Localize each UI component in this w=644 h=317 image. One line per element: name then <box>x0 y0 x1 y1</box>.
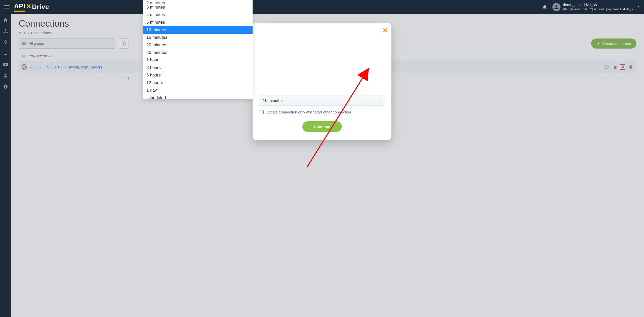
interval-modal: ✕ 10 minutes Update connection only afte… <box>253 23 391 140</box>
interval-option[interactable]: 10 minutes <box>143 26 253 34</box>
interval-select-value: 10 minutes <box>263 98 283 103</box>
sidebar-help-icon[interactable] <box>0 81 11 92</box>
sidebar-tools-icon[interactable] <box>0 48 11 59</box>
interval-option[interactable]: 12 hours <box>143 79 253 87</box>
sidebar <box>0 14 11 317</box>
account-lines: demo_apix-drive_s3 Plan |Premium PRO| le… <box>563 3 633 11</box>
modal-close-icon[interactable]: ✕ <box>382 27 388 34</box>
interval-option[interactable]: 6 hours <box>143 71 253 79</box>
update-after-other-checkbox-row[interactable]: Update connection only after start other… <box>260 110 384 114</box>
interval-select[interactable]: 10 minutes <box>260 96 384 105</box>
chevron-down-icon <box>378 98 381 103</box>
sidebar-connections-icon[interactable] <box>0 26 11 36</box>
interval-dropdown[interactable]: 2 minutes3 minutes4 minutes5 minutes10 m… <box>143 0 253 99</box>
menu-toggle-icon[interactable] <box>4 4 10 10</box>
sidebar-profile-icon[interactable] <box>0 70 11 81</box>
account-block[interactable]: demo_apix-drive_s3 Plan |Premium PRO| le… <box>552 3 633 11</box>
sidebar-billing-icon[interactable] <box>0 37 11 48</box>
interval-option[interactable]: 30 minutes <box>143 49 253 56</box>
app-header: API✕Drive demo_apix-drive_s3 Plan |Premi… <box>0 0 644 14</box>
interval-option[interactable]: 3 hours <box>143 64 253 71</box>
interval-option[interactable]: 3 minutes <box>143 4 253 11</box>
account-plan: Plan |Premium PRO| left until payment 25… <box>563 7 633 11</box>
interval-option[interactable]: 1 day <box>143 87 253 94</box>
continue-button[interactable]: Continue <box>302 121 342 132</box>
account-name: demo_apix-drive_s3 <box>563 3 633 7</box>
interval-option[interactable]: scheduled <box>143 94 253 99</box>
interval-option[interactable]: 5 minutes <box>143 19 253 26</box>
update-after-other-label: Update connection only after start other… <box>266 110 351 114</box>
sidebar-home-icon[interactable] <box>0 15 11 25</box>
interval-option[interactable]: 2 minutes <box>143 0 253 4</box>
interval-option[interactable]: 20 minutes <box>143 41 253 49</box>
interval-option[interactable]: 1 hour <box>143 56 253 64</box>
bell-icon[interactable] <box>540 3 549 12</box>
logo[interactable]: API✕Drive <box>14 2 49 12</box>
avatar-icon <box>552 3 560 11</box>
update-after-other-checkbox[interactable] <box>260 110 264 114</box>
sidebar-video-icon[interactable] <box>0 59 11 70</box>
interval-option[interactable]: 15 minutes <box>143 34 253 41</box>
interval-option[interactable]: 4 minutes <box>143 11 253 19</box>
account-chevron-icon[interactable] <box>637 5 640 9</box>
